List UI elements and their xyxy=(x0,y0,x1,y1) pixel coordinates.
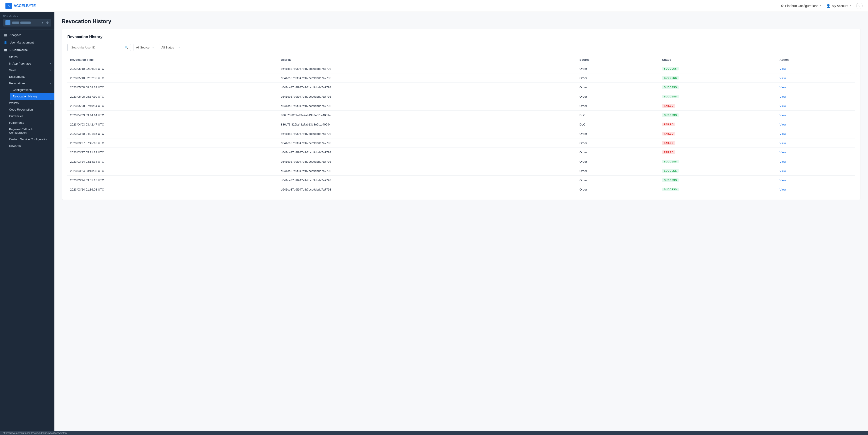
sidebar-item-payment-callback[interactable]: Payment Callback Configuration xyxy=(6,126,55,136)
view-link[interactable]: View xyxy=(780,95,786,98)
cell-time: 2023/03/24 03:05:15 UTC xyxy=(67,176,278,185)
status-badge: SUCCESS xyxy=(662,169,679,173)
sidebar-item-analytics[interactable]: ▦ Analytics xyxy=(0,31,55,39)
sidebar-item-sales[interactable]: Sales ▾ xyxy=(6,67,55,73)
view-link[interactable]: View xyxy=(780,104,786,108)
namespace-icon xyxy=(5,20,10,25)
my-account-chevron-icon: ▾ xyxy=(849,4,851,7)
revocations-sub: Configurations Revocation History xyxy=(6,87,55,100)
cell-action: View xyxy=(777,138,855,148)
ecommerce-label: E-Commerce xyxy=(9,48,28,52)
sidebar-item-user-management[interactable]: 👤 User Management xyxy=(0,39,55,46)
cell-status: SUCCESS xyxy=(659,185,777,194)
help-button[interactable]: ? xyxy=(856,3,863,9)
sidebar-item-entitlements[interactable]: Entitlements xyxy=(6,73,55,80)
platform-config-chevron-icon: ▾ xyxy=(820,4,821,7)
cell-user-id: d641ce37b9f947efb7bcd9cbda7a7793 xyxy=(278,157,577,166)
cell-time: 2023/05/08 08:57:30 UTC xyxy=(67,92,278,101)
cell-user-id: d641ce37b9f947efb7bcd9cbda7a7793 xyxy=(278,83,577,92)
table-row: 2023/04/03 03:42:47 UTC 886c73f825fa43a7… xyxy=(67,120,855,129)
status-filter-wrap: All Status SUCCESS FAILED ▾ xyxy=(159,44,182,51)
ns-block-1 xyxy=(12,22,19,24)
view-link[interactable]: View xyxy=(780,76,786,80)
cell-action: View xyxy=(777,185,855,194)
cell-user-id: d641ce37b9f947efb7bcd9cbda7a7793 xyxy=(278,176,577,185)
platform-config-button[interactable]: ⚙ Platform Configurations ▾ xyxy=(781,4,820,8)
cell-action: View xyxy=(777,166,855,176)
user-management-label: User Management xyxy=(9,41,34,44)
view-link[interactable]: View xyxy=(780,67,786,70)
status-badge: SUCCESS xyxy=(662,86,679,89)
search-icon: 🔍 xyxy=(125,46,128,49)
search-wrap: 🔍 xyxy=(67,44,131,51)
cell-action: View xyxy=(777,92,855,101)
namespace-gear-icon[interactable]: ⚙ xyxy=(46,21,49,25)
logo: A ACCELBYTE xyxy=(5,3,36,9)
view-link[interactable]: View xyxy=(780,113,786,117)
cell-time: 2023/03/30 04:01:15 UTC xyxy=(67,129,278,138)
cell-source: Order xyxy=(577,185,660,194)
main-content: Revocation History Revocation History 🔍 … xyxy=(55,12,868,431)
sidebar-item-rewards[interactable]: Rewards xyxy=(6,142,55,149)
sidebar-item-wallets[interactable]: Wallets ▾ xyxy=(6,100,55,106)
status-badge: SUCCESS xyxy=(662,178,679,182)
sidebar-item-configurations[interactable]: Configurations xyxy=(10,87,55,93)
search-input[interactable] xyxy=(70,44,125,51)
cell-status: FAILED xyxy=(659,148,777,157)
view-link[interactable]: View xyxy=(780,123,786,126)
status-badge: FAILED xyxy=(662,123,675,126)
sidebar-item-currencies[interactable]: Currencies xyxy=(6,113,55,120)
sidebar-item-ecommerce[interactable]: ▦ E-Commerce xyxy=(0,46,55,54)
user-icon: 👤 xyxy=(826,4,831,8)
cell-time: 2023/03/24 03:14:34 UTC xyxy=(67,157,278,166)
table-header-row: Revocation Time User ID Source Status Ac… xyxy=(67,56,855,64)
table-row: 2023/04/03 03:44:14 UTC 886c73f825fa43a7… xyxy=(67,110,855,120)
view-link[interactable]: View xyxy=(780,169,786,173)
view-link[interactable]: View xyxy=(780,178,786,182)
cell-time: 2023/03/24 01:36:03 UTC xyxy=(67,185,278,194)
table-row: 2023/03/24 03:14:34 UTC d641ce37b9f947ef… xyxy=(67,157,855,166)
table-row: 2023/03/30 04:01:15 UTC d641ce37b9f947ef… xyxy=(67,129,855,138)
sidebar-item-revocations[interactable]: Revocations ▴ xyxy=(6,80,55,87)
source-filter[interactable]: All Source Order DLC xyxy=(136,44,154,51)
code-redemption-label: Code Redemption xyxy=(9,108,33,111)
view-link[interactable]: View xyxy=(780,86,786,89)
cell-action: View xyxy=(777,120,855,129)
cell-source: Order xyxy=(577,83,660,92)
logo-icon: A xyxy=(5,3,12,9)
col-revocation-time: Revocation Time xyxy=(67,56,278,64)
status-badge: SUCCESS xyxy=(662,113,679,117)
gear-icon: ⚙ xyxy=(781,4,784,8)
view-link[interactable]: View xyxy=(780,160,786,163)
sidebar-item-custom-service[interactable]: Custom Service Configuration xyxy=(6,136,55,142)
namespace-text xyxy=(12,22,40,24)
cell-source: Order xyxy=(577,64,660,73)
page-title: Revocation History xyxy=(62,18,861,25)
cell-status: SUCCESS xyxy=(659,166,777,176)
table-row: 2023/03/24 01:36:03 UTC d641ce37b9f947ef… xyxy=(67,185,855,194)
sidebar-item-stores[interactable]: Stores xyxy=(6,54,55,60)
sidebar-item-in-app-purchase[interactable]: In-App Purchase ▾ xyxy=(6,60,55,67)
status-filter[interactable]: All Status SUCCESS FAILED xyxy=(161,44,180,51)
payment-callback-label: Payment Callback Configuration xyxy=(9,128,51,134)
sidebar-item-revocation-history[interactable]: Revocation History xyxy=(10,93,55,100)
statusbar-url: https://development.accelbyte.io/admin/r… xyxy=(3,432,67,434)
source-filter-wrap: All Source Order DLC ▾ xyxy=(133,44,156,51)
cell-user-id: d641ce37b9f947efb7bcd9cbda7a7793 xyxy=(278,101,577,110)
cell-user-id: d641ce37b9f947efb7bcd9cbda7a7793 xyxy=(278,166,577,176)
wallets-chevron-icon: ▾ xyxy=(50,102,51,104)
sidebar-item-code-redemption[interactable]: Code Redemption xyxy=(6,106,55,113)
view-link[interactable]: View xyxy=(780,188,786,191)
view-link[interactable]: View xyxy=(780,141,786,145)
status-badge: SUCCESS xyxy=(662,188,679,191)
wallets-label: Wallets xyxy=(9,101,19,105)
cell-action: View xyxy=(777,101,855,110)
view-link[interactable]: View xyxy=(780,150,786,154)
sidebar-item-fulfillments[interactable]: Fulfillments xyxy=(6,120,55,126)
view-link[interactable]: View xyxy=(780,132,786,135)
my-account-button[interactable]: 👤 My Account ▾ xyxy=(826,4,851,8)
col-user-id: User ID xyxy=(278,56,577,64)
table-row: 2023/05/10 02:02:06 UTC d641ce37b9f947ef… xyxy=(67,73,855,83)
namespace-selector[interactable]: ▾ ⚙ xyxy=(3,19,51,27)
cell-time: 2023/03/27 05:21:22 UTC xyxy=(67,148,278,157)
